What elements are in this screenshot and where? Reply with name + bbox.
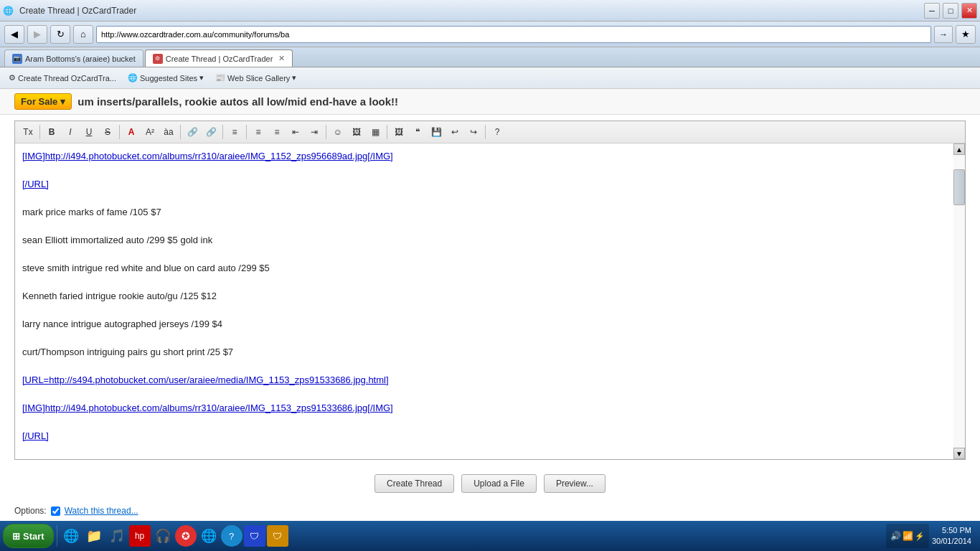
toolbar-sep-8 (485, 125, 486, 139)
tab-close-button[interactable]: ✕ (278, 54, 285, 63)
upload-file-button[interactable]: Upload a File (461, 474, 537, 493)
watch-thread-checkbox[interactable] (51, 507, 60, 516)
editor-line-7: larry nance intrigue autographed jerseys… (22, 317, 958, 331)
home-button[interactable]: ⌂ (73, 25, 93, 44)
editor-line-4: sean Elliott immortalized auto /299 $5 g… (22, 233, 958, 248)
system-clock[interactable]: 5:50 PM 30/01/2014 (932, 525, 971, 547)
toolbar-bold-btn[interactable]: B (43, 124, 60, 140)
taskbar-chrome-icon[interactable]: ✪ (175, 525, 197, 547)
tab-favicon-1: 📷 (12, 54, 22, 64)
page-header: For Sale ▾ um inserts/parallels, rookie … (0, 89, 980, 115)
toolbar-link-btn[interactable]: 🔗 (184, 124, 201, 140)
action-bar: Create Thread Upload a File Preview... (0, 466, 980, 501)
for-sale-dropdown-icon: ▾ (60, 96, 65, 107)
editor-line-3: mark price marks of fame /105 $7 (22, 205, 958, 220)
taskbar-right-area: 🔊 📶 ⚡ 5:50 PM 30/01/2014 (886, 524, 977, 548)
toolbar-redo-btn[interactable]: ↪ (465, 124, 482, 140)
bookmark-dropdown-icon: ▾ (199, 73, 204, 83)
taskbar-explorer-icon[interactable]: 📁 (83, 525, 105, 547)
tab-create-thread[interactable]: ⚙ Create Thread | OzCardTrader ✕ (145, 50, 293, 67)
bookmark-label-3: Web Slice Gallery (227, 74, 290, 83)
scrollbar-middle (953, 155, 965, 448)
taskbar-media-icon[interactable]: 🎵 (106, 525, 128, 547)
taskbar-hp-icon[interactable]: hp (129, 525, 151, 547)
toolbar-media-btn[interactable]: ▦ (367, 124, 384, 140)
toolbar-ul-btn[interactable]: ≡ (250, 124, 267, 140)
toolbar-ol-btn[interactable]: ≡ (268, 124, 286, 140)
clock-date: 30/01/2014 (932, 536, 971, 547)
toolbar-strike-btn[interactable]: S (99, 124, 116, 140)
toolbar-sep-3 (180, 125, 181, 139)
toolbar-unlink-btn[interactable]: 🔗 (202, 124, 220, 140)
tab-label-2: Create Thread | OzCardTrader (166, 55, 273, 63)
toolbar-help-btn[interactable]: ? (489, 124, 506, 140)
toolbar-undo-btn[interactable]: ↩ (446, 124, 463, 140)
scrollbar-thumb[interactable] (953, 169, 965, 205)
toolbar-sep-4 (222, 125, 223, 139)
taskbar-sep-1 (57, 525, 57, 547)
editor-line-12: absolute rookie autos: (22, 457, 958, 459)
toolbar-underline-btn[interactable]: U (80, 124, 98, 140)
toolbar-sep-1 (39, 125, 40, 139)
favorites-button[interactable]: ★ (956, 25, 976, 44)
editor-line-1: [IMG]http://i494.photobucket.com/albums/… (22, 149, 958, 164)
maximize-button[interactable]: □ (943, 3, 958, 19)
editor-line-6: Kenneth faried intrigue rookie auto/gu /… (22, 289, 958, 303)
taskbar-winamp-icon[interactable]: 🎧 (152, 525, 174, 547)
scrollbar-track: ▲ ▼ (953, 143, 965, 459)
bookmark-dropdown-icon-2: ▾ (292, 73, 296, 83)
window-icon: 🌐 (3, 6, 14, 16)
go-button[interactable]: → (934, 26, 953, 43)
editor-content-area[interactable]: [IMG]http://i494.photobucket.com/albums/… (15, 143, 965, 459)
toolbar-quote-btn[interactable]: ❝ (409, 124, 426, 140)
taskbar-shield2-icon[interactable]: 🛡 (267, 525, 288, 547)
taskbar-ie2-icon[interactable]: 🌐 (198, 525, 220, 547)
taskbar: ⊞ Start 🌐 📁 🎵 hp 🎧 ✪ 🌐 ? 🛡 🛡 🔊 📶 ⚡ 5:50 … (0, 521, 980, 551)
toolbar-align-btn[interactable]: ≡ (226, 124, 243, 140)
editor-line-5: steve smith intrigue red white and blue … (22, 261, 958, 276)
editor-line-11: [/URL] (22, 429, 958, 443)
tray-icon-1[interactable]: 🔊 (890, 531, 901, 541)
taskbar-help-icon[interactable]: ? (221, 525, 242, 547)
bookmark-create-thread[interactable]: ⚙ Create Thread OzCardTra... (6, 72, 119, 84)
toolbar-block-btn[interactable]: 🖼 (390, 124, 407, 140)
bookmark-web-slice[interactable]: 📰 Web Slice Gallery ▾ (212, 72, 299, 84)
editor-text[interactable]: [IMG]http://i494.photobucket.com/albums/… (15, 143, 965, 459)
toolbar-italic-btn[interactable]: I (62, 124, 79, 140)
address-input[interactable] (96, 26, 931, 43)
taskbar-ie-icon[interactable]: 🌐 (60, 525, 82, 547)
toolbar-save-btn[interactable]: 💾 (428, 124, 445, 140)
toolbar-superscript-btn[interactable]: A² (141, 124, 159, 140)
back-button[interactable]: ◀ (4, 25, 24, 44)
bookmark-label-1: Create Thread OzCardTra... (18, 74, 116, 83)
tab-label-1: Aram Bottoms's (araiee) bucket (25, 55, 136, 63)
title-bar-left: 🌐 Create Thread | OzCardTrader (3, 6, 136, 16)
editor-line-9: [URL=http://s494.photobucket.com/user/ar… (22, 373, 958, 387)
tab-araiee-bucket[interactable]: 📷 Aram Bottoms's (araiee) bucket (4, 50, 143, 67)
preview-button[interactable]: Preview... (544, 474, 606, 493)
start-label: Start (23, 531, 44, 542)
scrollbar-up-arrow[interactable]: ▲ (953, 143, 965, 155)
bookmark-suggested-sites[interactable]: 🌐 Suggested Sites ▾ (125, 72, 207, 84)
bookmark-icon-3: 📰 (215, 73, 225, 83)
toolbar-subscript-btn[interactable]: àa (160, 124, 177, 140)
minimize-button[interactable]: ─ (924, 3, 940, 19)
start-button[interactable]: ⊞ Start (3, 524, 54, 548)
for-sale-badge[interactable]: For Sale ▾ (14, 93, 72, 110)
toolbar-outdent-btn[interactable]: ⇥ (306, 124, 323, 140)
toolbar-image-btn[interactable]: 🖼 (348, 124, 365, 140)
forward-button[interactable]: ▶ (27, 25, 47, 44)
watch-thread-link[interactable]: Watch this thread... (65, 506, 138, 516)
close-button[interactable]: ✕ (961, 3, 977, 19)
refresh-button[interactable]: ↻ (50, 25, 70, 44)
toolbar-tx-btn[interactable]: Tx (19, 124, 37, 140)
scrollbar-down-arrow[interactable]: ▼ (953, 448, 965, 459)
taskbar-shield-icon[interactable]: 🛡 (244, 525, 265, 547)
tray-icon-3[interactable]: ⚡ (915, 532, 925, 541)
toolbar-color-btn[interactable]: A (123, 124, 140, 140)
toolbar-indent-btn[interactable]: ⇤ (287, 124, 304, 140)
tabs-bar: 📷 Aram Bottoms's (araiee) bucket ⚙ Creat… (0, 47, 980, 67)
toolbar-emoji-btn[interactable]: ☺ (329, 124, 347, 140)
tray-icon-2[interactable]: 📶 (903, 531, 913, 541)
create-thread-button[interactable]: Create Thread (374, 474, 454, 493)
